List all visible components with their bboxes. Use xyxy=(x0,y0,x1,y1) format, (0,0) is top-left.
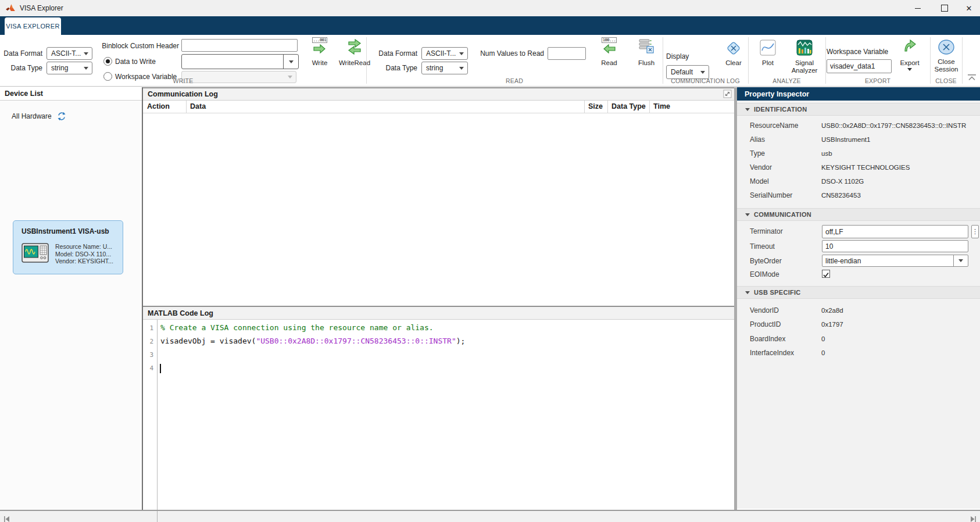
export-button[interactable]: Export xyxy=(895,38,924,71)
terminator-input[interactable] xyxy=(822,225,968,238)
prop-value: 0x2a8d xyxy=(821,307,843,314)
data-to-write-radio[interactable] xyxy=(103,57,112,66)
close-button[interactable]: ✕ xyxy=(958,0,980,16)
read-data-format-label: Data Format xyxy=(372,49,417,58)
window-title: VISA Explorer xyxy=(20,4,63,12)
write-data-format-label: Data Format xyxy=(0,49,42,58)
clear-icon xyxy=(725,40,742,59)
timeout-input[interactable] xyxy=(822,240,968,252)
analyze-section-label: ANALYZE xyxy=(748,77,825,84)
device-list-header: Device List xyxy=(0,87,142,101)
section-divider xyxy=(825,37,826,84)
export-workspace-variable-input[interactable] xyxy=(827,59,892,73)
write-data-type-label: Data Type xyxy=(0,64,42,72)
signal-analyzer-button[interactable]: Signal Analyzer xyxy=(786,40,823,74)
flush-button[interactable]: Flush xyxy=(631,37,661,67)
column-data-type[interactable]: Data Type xyxy=(611,102,646,110)
read-data-format-dropdown[interactable]: ASCII-T... xyxy=(421,47,468,60)
close-section-label: CLOSE xyxy=(930,77,962,84)
signal-analyzer-icon xyxy=(796,40,813,59)
check-icon xyxy=(822,271,829,278)
device-model: Model: DSO-X 110... xyxy=(55,251,120,258)
writeread-button[interactable]: WriteRead xyxy=(335,37,374,67)
prop-label: SerialNumber xyxy=(750,191,792,199)
prop-label: Type xyxy=(750,149,765,158)
display-label: Display xyxy=(666,52,689,60)
eoimode-checkbox[interactable] xyxy=(822,270,830,278)
section-divider xyxy=(663,37,663,84)
line-number: 4 xyxy=(143,364,153,372)
collapse-triangle-icon xyxy=(745,213,750,216)
prop-value: DSO-X 1102G xyxy=(821,178,864,185)
terminator-more-button[interactable]: ⋮ xyxy=(971,225,979,238)
tab-visa-explorer[interactable]: VISA EXPLORER xyxy=(5,17,61,35)
prop-value: USB0::0x2A8D::0x1797::CN58236453::0::INS… xyxy=(821,122,966,129)
prop-label: Timeout xyxy=(750,242,775,251)
write-icon: ...001 xyxy=(312,37,327,59)
column-time[interactable]: Time xyxy=(653,102,670,110)
section-divider xyxy=(748,37,749,84)
code-line-1: % Create a VISA connection using the res… xyxy=(160,323,434,332)
prop-value: 0x1797 xyxy=(821,321,843,328)
code-line-2: visadevObj = visadev("USB0::0x2A8D::0x17… xyxy=(160,337,465,345)
line-number: 1 xyxy=(143,324,153,332)
matlab-code-log-header: MATLAB Code Log xyxy=(143,306,734,320)
read-section-label: READ xyxy=(366,77,663,84)
matlab-code-log-editor[interactable]: 1 2 3 4 % Create a VISA connection using… xyxy=(143,320,734,510)
section-identification[interactable]: IDENTIFICATION xyxy=(737,103,980,116)
section-usb-specific[interactable]: USB SPECIFIC xyxy=(737,286,980,299)
write-section-label: WRITE xyxy=(0,77,366,84)
minimize-toolstrip-icon[interactable] xyxy=(967,73,977,84)
prop-label: Vendor xyxy=(750,163,772,171)
section-communication[interactable]: COMMUNICATION xyxy=(737,208,980,221)
comm-log-table-body[interactable] xyxy=(143,113,734,306)
read-data-type-dropdown[interactable]: string xyxy=(421,62,468,74)
binblock-header-label: Binblock Custom Header xyxy=(93,42,179,50)
prop-label: VendorID xyxy=(750,306,779,314)
comm-log-table-header: Action Data Size Data Type Time xyxy=(143,101,734,113)
prop-value: 0 xyxy=(821,349,825,356)
num-values-input[interactable] xyxy=(548,47,586,60)
bottom-status-strip xyxy=(0,510,980,522)
gutter-border xyxy=(157,320,158,522)
combo-dropdown-button[interactable] xyxy=(283,55,298,69)
column-size[interactable]: Size xyxy=(588,102,603,110)
minimize-button[interactable] xyxy=(904,0,931,16)
refresh-icon[interactable] xyxy=(57,112,66,123)
chevron-down-icon xyxy=(907,68,912,71)
plot-icon xyxy=(760,40,776,59)
text-cursor xyxy=(160,364,161,373)
data-to-write-label: Data to Write xyxy=(115,58,156,66)
prop-value: 0 xyxy=(821,335,825,342)
prop-label: InterfaceIndex xyxy=(750,349,794,357)
read-button[interactable]: 100... Read xyxy=(595,37,623,67)
dropdown-button[interactable] xyxy=(953,255,968,266)
clear-button[interactable]: Clear xyxy=(720,40,747,67)
plot-button[interactable]: Plot xyxy=(754,40,782,67)
write-button[interactable]: ...001 Write xyxy=(305,37,335,67)
matlab-logo-icon xyxy=(6,3,15,15)
maximize-button[interactable] xyxy=(931,0,958,16)
prop-label: ResourceName xyxy=(750,121,798,130)
byteorder-dropdown[interactable]: little-endian xyxy=(822,255,968,267)
scroll-left-icon[interactable] xyxy=(3,514,10,522)
data-to-write-combo[interactable] xyxy=(181,54,299,69)
device-vendor: Vendor: KEYSIGHT... xyxy=(55,258,120,265)
close-session-button[interactable]: Close Session xyxy=(931,38,962,73)
chevron-down-icon xyxy=(459,52,464,55)
tab-label: VISA EXPLORER xyxy=(6,23,60,30)
column-data[interactable]: Data xyxy=(190,102,206,110)
column-action[interactable]: Action xyxy=(147,102,170,110)
undock-panel-icon[interactable] xyxy=(723,90,732,101)
binblock-header-input[interactable] xyxy=(181,39,298,52)
prop-value: CN58236453 xyxy=(821,192,861,199)
write-data-type-dropdown[interactable]: string xyxy=(47,62,92,74)
property-inspector-header: Property Inspector xyxy=(737,87,980,101)
write-data-format-dropdown[interactable]: ASCII-T... xyxy=(47,47,92,60)
maximize-icon xyxy=(941,5,948,12)
device-card-usbinstrument1[interactable]: USBInstrument1 VISA-usb Resource xyxy=(13,220,123,274)
chevron-down-icon xyxy=(84,67,88,70)
scroll-right-icon[interactable] xyxy=(970,514,977,522)
chevron-down-icon xyxy=(459,67,464,70)
all-hardware-label: All Hardware xyxy=(12,112,52,120)
